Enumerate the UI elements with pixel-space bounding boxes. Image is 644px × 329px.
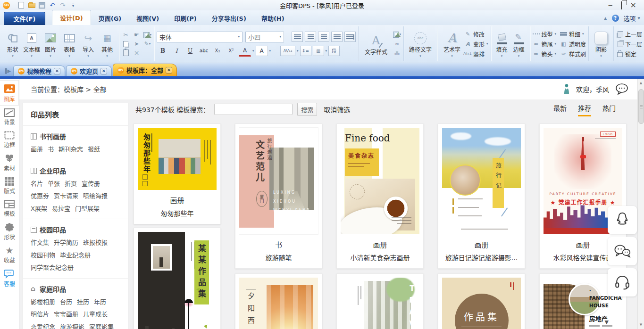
category-link[interactable]: 喷绘海报 <box>83 191 108 201</box>
tab-help[interactable]: 帮助(H) <box>254 11 292 25</box>
rail-item-background[interactable]: 背景 <box>0 106 19 128</box>
send-backward-button[interactable]: 下一层▾ <box>616 40 644 48</box>
rail-item-border[interactable]: 边框 <box>0 128 19 151</box>
doc-tab-welcome[interactable]: DPS 欢迎页 ✕ <box>66 66 112 76</box>
category-link[interactable]: 优惠券 <box>31 191 49 201</box>
category-link[interactable]: 名片 <box>31 179 43 189</box>
template-card[interactable]: 作品集 COLLECTION OF WORKS <box>438 273 525 329</box>
options-button[interactable]: 选项▼ <box>624 14 640 23</box>
category-link[interactable]: 明信片 <box>31 310 49 319</box>
message-bubble-icon[interactable] <box>615 83 629 95</box>
unlink-text-button[interactable]: ⁂ <box>393 49 401 57</box>
template-card[interactable]: TRAVEL <box>336 273 424 329</box>
category-link[interactable]: 旅游摄影 <box>60 322 84 329</box>
underline-button[interactable]: U <box>184 46 196 56</box>
help-icon[interactable]: ? <box>612 15 619 22</box>
category-link[interactable]: 班报校报 <box>83 238 108 247</box>
category-link[interactable]: 升学简历 <box>54 238 78 247</box>
sort-recommended[interactable]: 推荐 <box>578 103 591 116</box>
line-type-button[interactable]: 线型▾ <box>533 30 557 38</box>
line-weight-button[interactable]: 粗细▾ <box>560 30 586 38</box>
arrow-tail-button[interactable]: ⇐箭尾▾ <box>533 40 557 48</box>
template-card[interactable]: 旅行记 画册 旅游日记游记旅游摄影... <box>438 123 525 269</box>
insert-image-button[interactable]: 图片▾ <box>41 30 60 58</box>
insert-shape-button[interactable]: 形状▾ <box>3 30 22 58</box>
rail-item-favorites[interactable]: ★ 收藏 <box>0 243 19 266</box>
template-card[interactable]: 某某作品集 <box>134 228 221 329</box>
wordart-transform-button[interactable]: A变形▾ <box>464 40 488 48</box>
delete-button[interactable]: × <box>133 49 141 57</box>
category-link[interactable]: 折页 <box>65 179 77 189</box>
lock-button[interactable]: 锁定 <box>616 50 644 58</box>
template-card[interactable]: Fine food 美食杂志 画册 小清新美食杂志画册 <box>336 123 424 269</box>
image-edit-button[interactable]: ▾ <box>143 31 151 39</box>
close-tab-icon[interactable]: ✕ <box>54 68 60 74</box>
highlight-color-button[interactable]: A <box>256 46 268 56</box>
category-link[interactable]: 宣传册 <box>82 179 100 189</box>
category-link[interactable]: 年历 <box>94 297 106 307</box>
search-button[interactable]: 搜索 <box>297 103 317 116</box>
justify-button[interactable] <box>331 32 343 42</box>
paste-button[interactable] <box>122 49 130 57</box>
char-spacing-button[interactable]: AV↔ <box>280 46 295 56</box>
tab-design[interactable]: 设计(D) <box>52 10 91 25</box>
text-style-button[interactable]: A 文字样式 <box>361 33 391 56</box>
insert-textbox-button[interactable]: A 文本框▾ <box>22 30 41 58</box>
font-family-select[interactable]: 宋体▾ <box>157 32 243 42</box>
category-link[interactable]: 单张 <box>48 179 60 189</box>
transparency-button[interactable]: ◧透明度 <box>560 40 586 48</box>
category-link[interactable]: X展架 <box>31 204 47 214</box>
category-link[interactable]: 期刊杂志 <box>59 145 83 154</box>
format-painter-button[interactable]: ✑样式刷 <box>560 50 586 58</box>
wordart-button[interactable]: A 艺术字▾ <box>440 30 464 58</box>
superscript-button[interactable]: X² <box>225 46 237 56</box>
scrollbar-thumb[interactable] <box>638 89 644 124</box>
scroll-up-arrow[interactable]: ▲ <box>638 80 644 86</box>
paragraph-settings-button[interactable]: 段 <box>328 46 340 56</box>
open-file-button[interactable] <box>27 1 36 9</box>
collapse-ribbon-icon[interactable]: ▲ <box>604 16 607 21</box>
link-text-button[interactable]: ∞ <box>393 40 401 48</box>
restore-button[interactable] <box>621 2 622 8</box>
text-frame-button[interactable]: ▾ <box>393 31 401 38</box>
redo-button[interactable]: ↷ <box>59 1 67 9</box>
avatar[interactable] <box>563 83 570 95</box>
copy-button[interactable] <box>122 40 130 48</box>
new-document-button[interactable] <box>17 1 25 9</box>
strikethrough-button[interactable]: abc <box>198 46 210 56</box>
rail-item-template[interactable]: 模板 <box>0 197 19 220</box>
tab-collapse-button[interactable]: ▐▶ <box>1 66 13 76</box>
font-size-select[interactable]: 小四▾ <box>245 32 284 42</box>
line-spacing-button[interactable]: ↕≡ <box>300 46 311 56</box>
category-link[interactable]: 门型展架 <box>75 204 100 214</box>
bold-button[interactable]: B <box>157 46 169 56</box>
rail-item-gallery[interactable]: 图库 <box>0 80 19 106</box>
tab-page[interactable]: 页面(G) <box>91 11 129 25</box>
category-link[interactable]: 作文集 <box>31 238 49 247</box>
italic-button[interactable]: I <box>170 46 183 56</box>
columns-button[interactable]: ▥ <box>313 46 324 56</box>
scroll-down-arrow[interactable]: ▼ <box>638 321 644 328</box>
rail-item-shape[interactable]: 形状 <box>0 220 19 243</box>
category-link[interactable]: 台历 <box>60 297 72 307</box>
category-link[interactable]: 挂历 <box>77 297 89 307</box>
select-cursor-button[interactable]: ➤ <box>133 40 141 48</box>
close-tab-icon[interactable]: ✕ <box>166 67 172 74</box>
category-link[interactable]: 同学聚会纪念册 <box>31 263 74 272</box>
rail-item-material[interactable]: 素材 <box>0 151 19 174</box>
path-text-button[interactable]: abc 路径文字▾ <box>406 30 435 58</box>
pan-hand-button[interactable]: ☛ <box>133 31 141 39</box>
category-link[interactable]: 毕业纪念册 <box>60 251 91 260</box>
category-link[interactable]: 家庭影集 <box>89 322 114 329</box>
tab-share-export[interactable]: 分享导出(S) <box>204 11 254 25</box>
bring-forward-button[interactable]: 上一层▾ <box>616 30 644 38</box>
cut-button[interactable]: ✂ <box>122 31 130 39</box>
subscript-button[interactable]: X₂ <box>211 46 224 56</box>
category-link[interactable]: 贺卡请柬 <box>54 191 78 201</box>
category-link[interactable]: 宝宝画册 <box>54 310 78 319</box>
doc-tab-video-tutorial[interactable]: DPS 视频教程 ✕ <box>13 66 65 76</box>
font-color-button[interactable]: A <box>239 45 251 57</box>
align-center-button[interactable] <box>305 32 316 42</box>
quick-access-customize-button[interactable]: ▾ <box>69 1 77 9</box>
template-card[interactable]: 匆匆那些年 画册 匆匆那些年 <box>134 123 221 224</box>
